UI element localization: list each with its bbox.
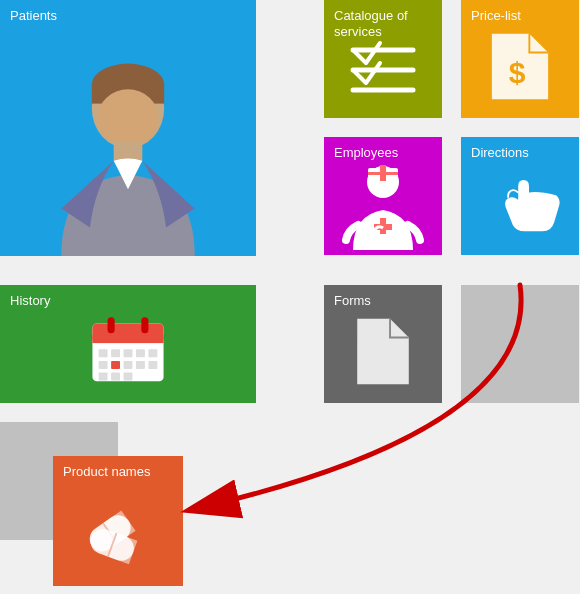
tile-product[interactable]: Product names — [53, 456, 183, 586]
tile-forms[interactable]: Forms — [324, 285, 442, 403]
product-label: Product names — [63, 464, 150, 480]
svg-rect-18 — [108, 317, 115, 333]
svg-rect-19 — [141, 317, 148, 333]
nurse-icon — [338, 160, 428, 250]
dollar-icon: $ — [485, 29, 555, 104]
svg-rect-23 — [136, 349, 145, 357]
price-label: Price-list — [471, 8, 521, 24]
svg-rect-30 — [99, 372, 108, 380]
svg-rect-22 — [124, 349, 133, 357]
forms-label: Forms — [334, 293, 371, 309]
tile-empty — [461, 285, 579, 403]
calendar-icon — [88, 308, 168, 388]
svg-rect-28 — [136, 361, 145, 369]
tile-price[interactable]: Price-list $ — [461, 0, 579, 118]
svg-rect-25 — [99, 361, 108, 369]
app-grid: Patients Catalogue of services — [0, 0, 580, 594]
tile-directions[interactable]: Directions — [461, 137, 579, 255]
svg-rect-4 — [114, 142, 143, 161]
employees-label: Employees — [334, 145, 398, 161]
svg-point-3 — [98, 89, 159, 146]
person-icon — [38, 56, 218, 256]
svg-text:$: $ — [509, 56, 526, 89]
svg-rect-27 — [124, 361, 133, 369]
directions-label: Directions — [471, 145, 529, 161]
hand-icon — [475, 172, 565, 232]
catalogue-label: Catalogue of services — [334, 8, 442, 39]
tile-catalogue[interactable]: Catalogue of services — [324, 0, 442, 118]
patients-label: Patients — [10, 8, 57, 24]
svg-rect-21 — [111, 349, 120, 357]
svg-rect-20 — [99, 349, 108, 357]
tile-history[interactable]: History — [0, 285, 256, 403]
svg-rect-17 — [92, 335, 163, 343]
svg-rect-26 — [111, 361, 120, 369]
tile-employees[interactable]: Employees — [324, 137, 442, 255]
svg-rect-12 — [368, 172, 398, 175]
svg-rect-32 — [124, 372, 133, 380]
svg-rect-31 — [111, 372, 120, 380]
svg-rect-24 — [148, 349, 157, 357]
checklist-icon — [348, 35, 418, 95]
history-label: History — [10, 293, 50, 309]
document-icon — [351, 314, 416, 389]
svg-rect-29 — [148, 361, 157, 369]
tile-patients[interactable]: Patients — [0, 0, 256, 256]
pills-icon — [68, 489, 168, 569]
